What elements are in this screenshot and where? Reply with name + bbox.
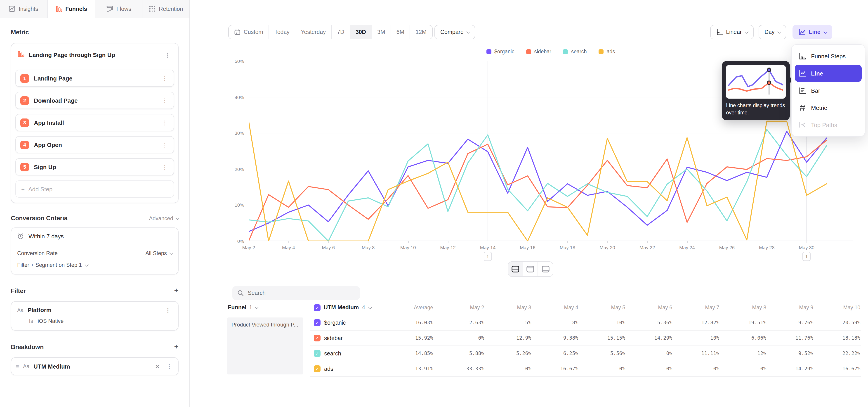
step-label: Landing Page <box>34 75 156 82</box>
step-kebab-icon[interactable]: ⋮ <box>160 164 169 170</box>
range-today[interactable]: Today <box>269 25 296 39</box>
breakdown-kebab-icon[interactable]: ⋮ <box>165 363 174 369</box>
axis-scale-icon <box>716 29 723 35</box>
range-custom[interactable]: Custom <box>229 25 269 39</box>
line-chart-icon <box>798 29 806 35</box>
all-steps-label: All Steps <box>145 250 167 256</box>
series-line-organic[interactable] <box>249 131 827 231</box>
filter-condition[interactable]: Is iOS Native <box>29 318 172 324</box>
series-checkbox[interactable]: ✓ <box>314 366 320 372</box>
chevron-down-icon <box>467 30 470 34</box>
series-checkbox[interactable]: ✓ <box>314 350 320 357</box>
column-header-may-9[interactable]: May 9 <box>767 305 814 310</box>
conversion-rate-row: Conversion Rate All Steps <box>11 245 178 258</box>
tab-flows[interactable]: Flows <box>95 0 143 18</box>
legend-item-organic[interactable]: $organic <box>486 49 514 54</box>
filter-segment-label: Filter + Segment on Step 1 <box>17 262 82 268</box>
legend-item-sidebar[interactable]: sidebar <box>526 49 551 54</box>
legend-item-ads[interactable]: ads <box>598 49 615 54</box>
series-line-ads[interactable] <box>249 121 827 241</box>
range-3m[interactable]: 3M <box>372 25 391 39</box>
all-steps-dropdown[interactable]: All Steps <box>145 250 172 256</box>
advanced-dropdown[interactable]: Advanced <box>149 215 179 221</box>
menu-item-bar[interactable]: Bar <box>795 82 862 99</box>
layout-split-button[interactable] <box>508 262 523 276</box>
table-search[interactable] <box>232 286 360 300</box>
column-header-may-5[interactable]: May 5 <box>579 305 626 310</box>
range-30d[interactable]: 30D <box>350 25 372 39</box>
chevron-down-icon <box>823 30 827 34</box>
filter-property-row[interactable]: Aa Platform ⋮ <box>17 307 172 313</box>
y-tick-label: 30% <box>218 130 244 136</box>
string-property-icon: Aa <box>17 307 24 313</box>
legend-label: ads <box>607 49 615 54</box>
conversion-window-row[interactable]: Within 7 days <box>11 228 178 245</box>
funnel-step-5[interactable]: 5Sign Up⋮ <box>16 158 174 176</box>
funnel-step-3[interactable]: 3App Install⋮ <box>16 114 174 131</box>
table-row-sidebar[interactable]: ✓sidebar <box>310 331 391 346</box>
x-tick <box>288 241 289 243</box>
tab-funnels[interactable]: Funnels <box>48 0 95 18</box>
step-kebab-icon[interactable]: ⋮ <box>160 75 169 81</box>
column-header-may-2[interactable]: May 2 <box>438 305 485 310</box>
tab-retention[interactable]: Retention <box>143 0 190 18</box>
breakdown-property-row[interactable]: ≡ Aa UTM Medium × ⋮ <box>16 363 174 370</box>
tab-insights[interactable]: Insights <box>0 0 48 18</box>
range-7d[interactable]: 7D <box>332 25 350 39</box>
layout-chart-only-button[interactable] <box>523 262 538 276</box>
funnel-step-2[interactable]: 2Download Page⋮ <box>16 92 174 109</box>
filter-kebab-icon[interactable]: ⋮ <box>164 307 172 313</box>
breakdown-column-dropdown[interactable]: ✓UTM Medium4 <box>310 304 391 311</box>
scale-dropdown[interactable]: Linear <box>710 25 754 39</box>
column-header-may-8[interactable]: May 8 <box>720 305 767 310</box>
funnel-step-4[interactable]: 4App Open⋮ <box>16 136 174 153</box>
step-kebab-icon[interactable]: ⋮ <box>160 142 169 148</box>
menu-item-metric[interactable]: Metric <box>795 99 862 116</box>
metric-kebab-icon[interactable]: ⋮ <box>163 52 172 58</box>
column-header-may-6[interactable]: May 6 <box>626 305 673 310</box>
range-yesterday[interactable]: Yesterday <box>296 25 332 39</box>
annotation-badge[interactable]: 1 <box>802 252 811 261</box>
interval-dropdown[interactable]: Day <box>758 25 786 39</box>
add-breakdown-button[interactable]: + <box>174 342 179 351</box>
legend-item-search[interactable]: search <box>563 49 587 54</box>
column-header-may-3[interactable]: May 3 <box>485 305 532 310</box>
add-step-button[interactable]: + Add Step <box>16 181 174 198</box>
table-row-ads[interactable]: ✓ads <box>310 361 391 377</box>
filter-segment-dropdown[interactable]: Filter + Segment on Step 1 <box>11 258 178 274</box>
range-label: 12M <box>416 29 427 35</box>
search-input[interactable] <box>248 290 355 296</box>
column-header-may-7[interactable]: May 7 <box>673 305 720 310</box>
compare-button[interactable]: Compare <box>434 25 475 39</box>
series-checkbox[interactable]: ✓ <box>314 335 320 341</box>
table-row-search[interactable]: ✓search <box>310 346 391 361</box>
annotation-badge[interactable]: 1 <box>484 252 492 261</box>
menu-item-line[interactable]: Line <box>795 65 862 82</box>
row-group-label[interactable]: Product Viewed through P... <box>227 317 303 374</box>
funnel-step-1[interactable]: 1Landing Page⋮ <box>16 70 174 87</box>
chart-type-dropdown[interactable]: Line <box>793 25 832 39</box>
metric-title-row[interactable]: Landing Page through Sign Up ⋮ <box>16 48 174 65</box>
range-label: 7D <box>337 29 344 35</box>
series-checkbox[interactable]: ✓ <box>314 319 320 326</box>
value-cell: 5% <box>485 315 532 331</box>
menu-item-funnel-steps[interactable]: Funnel Steps <box>795 48 862 65</box>
layout-table-only-button[interactable] <box>538 262 553 276</box>
step-kebab-icon[interactable]: ⋮ <box>160 97 169 103</box>
x-tick <box>687 241 688 243</box>
range-6m[interactable]: 6M <box>391 25 410 39</box>
funnel-column-dropdown[interactable]: Funnel1 <box>227 304 310 311</box>
y-tick-label: 40% <box>218 94 244 100</box>
step-kebab-icon[interactable]: ⋮ <box>160 120 169 125</box>
table-row-organic[interactable]: ✓$organic <box>310 315 391 331</box>
drag-handle-icon[interactable]: ≡ <box>16 363 19 370</box>
filter-operator: Is <box>29 318 33 324</box>
x-tick-label: May 26 <box>712 245 741 250</box>
range-12m[interactable]: 12M <box>410 25 432 39</box>
column-header-may-4[interactable]: May 4 <box>532 305 579 310</box>
utm-checkbox[interactable]: ✓ <box>314 304 320 311</box>
column-header-average[interactable]: Average <box>391 300 438 315</box>
column-header-may-10[interactable]: May 10 <box>814 305 861 310</box>
remove-breakdown-icon[interactable]: × <box>154 363 161 370</box>
add-filter-button[interactable]: + <box>174 286 179 295</box>
